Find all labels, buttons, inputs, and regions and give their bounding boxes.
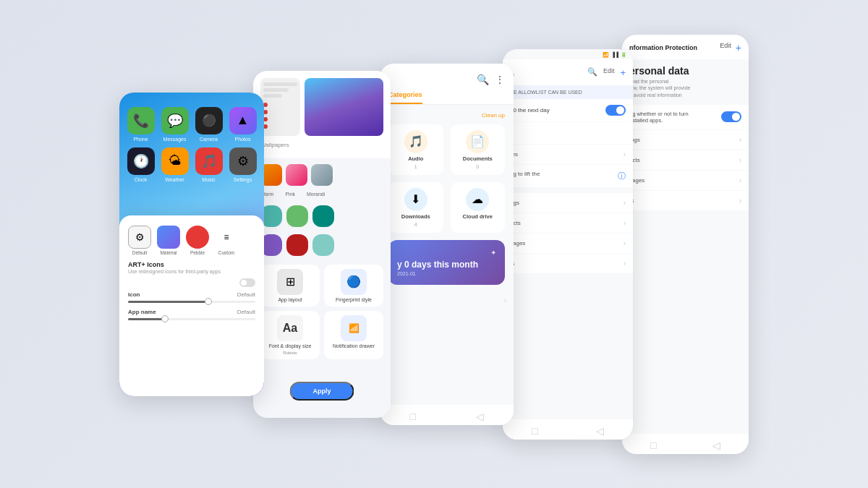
swatch-morandi[interactable] (311, 164, 333, 186)
info-edit-label[interactable]: Edit (720, 42, 731, 53)
swatch-green[interactable] (286, 205, 308, 227)
app-music[interactable]: 🎵 Music (195, 147, 223, 182)
style-pebble[interactable]: Pebble (186, 226, 209, 255)
art-icons-title: ART+ Icons (128, 261, 255, 268)
notification-label: Notification drawer (333, 343, 375, 348)
nav-back-icon[interactable]: ◁ (476, 411, 484, 422)
app-settings[interactable]: ⚙ Settings (229, 147, 257, 182)
feature-app-layout[interactable]: ⊞ App layout (260, 265, 320, 307)
app-name-value: Default (237, 309, 255, 315)
app-name-slider-thumb (161, 315, 169, 322)
usage-date: 2021-01 (397, 271, 496, 276)
screen-theme: Wallpapers Warm Pink Morandi ⊞ (253, 71, 391, 418)
nav-back-5[interactable]: ◁ (712, 440, 720, 451)
header-icons: 🔍 Edit + (587, 67, 626, 78)
search-icon[interactable]: 🔍 (477, 74, 489, 85)
swatch-pink-label: Pink (285, 192, 295, 197)
logs-row[interactable]: ogs › (503, 193, 633, 213)
audio-count: 1 (414, 164, 417, 169)
style-pebble-label: Pebble (190, 250, 205, 255)
nav-back-4[interactable]: ◁ (596, 425, 604, 437)
icon-slider[interactable] (128, 301, 255, 303)
sages-chevron: › (624, 239, 626, 247)
audio-icon: 🎵 (404, 130, 427, 153)
files-link-row[interactable]: res › (503, 145, 633, 164)
style-custom[interactable]: ≡ Custom (215, 226, 238, 255)
art-icons-toggle[interactable] (239, 278, 255, 287)
slider-thumb (205, 298, 212, 305)
camera-icon: ⚫ (195, 107, 223, 134)
bottom-nav-4: □ ◁ (503, 419, 633, 440)
nav-home-5[interactable]: □ (650, 440, 656, 451)
swatch-dark-teal[interactable] (312, 205, 334, 227)
slider-fill (128, 301, 210, 303)
cleanup-button[interactable]: Clean up (482, 112, 505, 119)
theme-wallpaper-preview (305, 78, 383, 136)
header-edit-label[interactable]: Edit (603, 67, 615, 78)
info-toggle[interactable] (721, 111, 741, 122)
screen-home: 📞 Phone 💬 Messages ⚫ Camera ▲ Photos 🕐 C… (119, 93, 264, 396)
swatch-dark-red[interactable] (286, 234, 308, 256)
acts-row[interactable]: acts › (503, 213, 633, 233)
battery-icon: 🔋 (621, 52, 627, 58)
swatch-morandi-label: Morandi (307, 192, 325, 197)
feature-fingerprint[interactable]: 🔵 Fingerprint style (324, 265, 383, 307)
app-layout-icon: ⊞ (277, 269, 303, 295)
info-sages-chevron: › (739, 176, 741, 184)
tab-categories[interactable]: Categories (388, 85, 422, 104)
screen-files: 🔍 ⋮ Categories Clean up 🎵 Audio 1 📄 Docu… (380, 64, 514, 425)
app-weather[interactable]: 🌤 Weather (161, 147, 189, 182)
settings-icon: ⚙ (229, 147, 257, 175)
info-add-icon[interactable]: + (736, 42, 741, 53)
files-chevron[interactable]: › (504, 296, 506, 304)
feature-notification[interactable]: 📶 Notification drawer (324, 311, 383, 359)
documents-icon: 📄 (466, 130, 489, 153)
swatch-mint[interactable] (312, 234, 334, 256)
fingerprint-label: Fingerprint style (336, 297, 372, 302)
apply-button[interactable]: Apply (289, 382, 354, 401)
style-material-icon (157, 226, 180, 249)
icon-size-label: Icon (128, 291, 140, 298)
audio-item[interactable]: 🎵 Audio 1 (388, 124, 443, 175)
audio-name: Audio (408, 155, 423, 162)
preview-dots (263, 103, 297, 129)
style-custom-label: Custom (218, 250, 234, 255)
more-icon[interactable]: ⋮ (495, 74, 505, 85)
header-add-icon[interactable]: + (620, 67, 626, 78)
info-icon[interactable]: ⓘ (618, 171, 626, 181)
app-clock[interactable]: 🕐 Clock (127, 147, 155, 182)
feature-cards: ⊞ App layout 🔵 Fingerprint style Aa Font… (253, 259, 391, 365)
info-logs-row[interactable]: logs › (622, 130, 749, 150)
sages-row[interactable]: sages › (503, 234, 633, 253)
cloud-icon: ☁ (466, 188, 489, 211)
style-default-label: Default (132, 250, 148, 255)
nav-home-icon[interactable]: □ (409, 411, 415, 422)
allowlist-notice: HE ALLOWLIST CAN BE USED (503, 85, 633, 99)
toggle-1[interactable] (605, 105, 626, 116)
swatch-pink[interactable] (286, 164, 307, 186)
app-camera[interactable]: ⚫ Camera (195, 107, 223, 142)
style-default[interactable]: ⚙ Default (128, 226, 151, 255)
documents-item[interactable]: 📄 Documents 0 (451, 124, 506, 175)
screen-allowlist: 📶 ▐▐ 🔋 le 🔍 Edit + HE ALLOWLIST CAN BE U… (503, 49, 633, 440)
icon-style-row: ⚙ Default Material Pebble ≡ Custom (128, 226, 255, 255)
info-sages-row[interactable]: sages › (622, 171, 749, 190)
app-messages[interactable]: 💬 Messages (161, 107, 189, 142)
files-header: 🔍 ⋮ (380, 64, 514, 85)
app-settings-label: Settings (234, 177, 252, 182)
app-name-slider[interactable] (128, 318, 255, 320)
info-ts-row[interactable]: ts › (622, 191, 749, 210)
style-material[interactable]: Material (157, 226, 180, 255)
downloads-item[interactable]: ⬇ Downloads 4 (388, 182, 443, 233)
feature-font[interactable]: Aa Font & display size Roboto (260, 311, 320, 359)
screen-info: nformation Protection Edit + ersonal dat… (622, 35, 749, 454)
header-search-icon[interactable]: 🔍 (587, 67, 597, 78)
app-photos-label: Photos (235, 137, 251, 142)
app-phone[interactable]: 📞 Phone (127, 107, 155, 142)
nav-home-4[interactable]: □ (532, 425, 537, 437)
ts-row[interactable]: ts › (503, 254, 633, 273)
info-acts-row[interactable]: acts › (622, 150, 749, 170)
theme-layout-preview (260, 78, 300, 136)
app-photos[interactable]: ▲ Photos (229, 107, 257, 142)
cloud-item[interactable]: ☁ Cloud drive (451, 182, 506, 233)
